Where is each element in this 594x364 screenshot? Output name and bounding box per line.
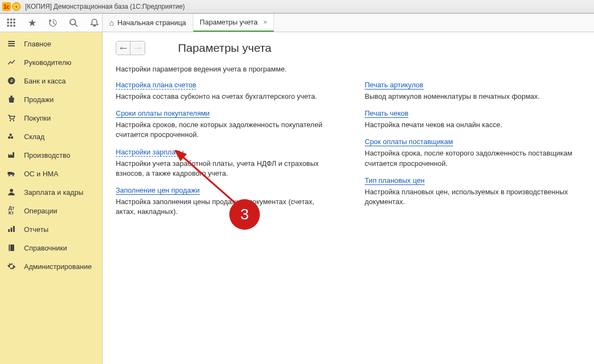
sidebar-item-label: Продажи <box>24 96 54 104</box>
svg-rect-27 <box>13 226 15 232</box>
sidebar-item-label: Зарплата и кадры <box>24 188 84 196</box>
content-area: 🡐 🡒 Параметры учета Настройки параметров… <box>103 32 594 364</box>
history-icon[interactable] <box>47 17 59 29</box>
tab-1[interactable]: Параметры учета× <box>193 14 275 32</box>
setting-block: Печать артикуловВывод артикулов номенкла… <box>365 81 581 102</box>
settings-column-2: Печать артикуловВывод артикулов номенкла… <box>365 81 581 224</box>
nav-back-button[interactable]: 🡐 <box>116 41 130 55</box>
sidebar-item-12[interactable]: Администрирование <box>0 257 102 276</box>
svg-rect-18 <box>8 136 10 139</box>
nav-buttons: 🡐 🡒 <box>116 41 145 55</box>
tab-label: Начальная страница <box>117 19 186 27</box>
sidebar-item-6[interactable]: Производство <box>0 146 102 164</box>
svg-rect-11 <box>8 41 15 42</box>
sidebar-item-label: Операции <box>24 207 57 215</box>
ruble-icon: ₽ <box>7 76 16 86</box>
svg-rect-19 <box>11 136 13 139</box>
setting-block: Настройка плана счетовНастройка состава … <box>116 81 332 102</box>
svg-rect-12 <box>8 43 15 44</box>
app-logo-icon: 1с <box>2 2 11 11</box>
sidebar-item-label: Покупки <box>24 114 51 122</box>
setting-description: Настройка плановых цен, используемых в п… <box>365 187 581 207</box>
sidebar-item-7[interactable]: ОС и НМА <box>0 164 102 183</box>
bell-icon[interactable] <box>88 17 100 29</box>
svg-rect-5 <box>13 21 15 23</box>
svg-point-24 <box>10 189 13 192</box>
setting-link[interactable]: Сроки оплаты покупателями <box>116 109 210 118</box>
sidebar-item-label: Справочники <box>24 244 67 252</box>
factory-icon <box>7 150 16 160</box>
svg-rect-20 <box>10 134 12 136</box>
setting-description: Настройки учета заработной платы, учета … <box>116 159 332 178</box>
svg-rect-13 <box>8 45 15 46</box>
setting-description: Настройка печати чеков на онлайн кассе. <box>365 120 581 130</box>
settings-column-1: Настройка плана счетовНастройка состава … <box>116 81 332 224</box>
svg-line-10 <box>75 24 78 27</box>
setting-block: Срок оплаты поставщикамНастройка срока, … <box>365 138 581 168</box>
svg-rect-7 <box>10 25 12 26</box>
sidebar-item-1[interactable]: Руководителю <box>0 53 102 71</box>
svg-text:₽: ₽ <box>10 79 13 83</box>
setting-link[interactable]: Тип плановых цен <box>365 176 425 185</box>
sidebar-item-10[interactable]: Отчеты <box>0 220 102 238</box>
settings-columns: Настройка плана счетовНастройка состава … <box>116 81 581 224</box>
svg-rect-26 <box>11 228 13 232</box>
sidebar: ГлавноеРуководителю₽Банк и кассаПродажиП… <box>0 32 103 364</box>
sidebar-item-label: Производство <box>24 151 70 159</box>
book-icon <box>7 243 16 253</box>
svg-rect-4 <box>10 21 12 23</box>
dtkt-icon: ДтКт <box>7 206 16 216</box>
sidebar-item-label: Главное <box>24 40 51 48</box>
sidebar-item-8[interactable]: Зарплата и кадры <box>0 183 102 201</box>
tab-0[interactable]: ⌂Начальная страница <box>103 14 193 32</box>
bar-icon <box>7 224 16 234</box>
gear-icon <box>7 261 16 271</box>
setting-link[interactable]: Срок оплаты поставщикам <box>365 138 453 146</box>
sidebar-item-label: Руководителю <box>24 58 72 67</box>
setting-link[interactable]: Настройки зарплаты <box>116 148 184 157</box>
sidebar-item-5[interactable]: Склад <box>0 127 102 146</box>
star-icon[interactable]: ★ <box>26 17 38 29</box>
setting-link[interactable]: Печать артикулов <box>365 81 424 89</box>
setting-link[interactable]: Настройка плана счетов <box>116 81 196 89</box>
close-icon[interactable]: × <box>263 18 268 26</box>
sidebar-item-2[interactable]: ₽Банк и касса <box>0 71 102 90</box>
window-title: [КОПИЯ] Демонстрационная база (1С:Предпр… <box>25 3 185 10</box>
sidebar-item-label: Администрирование <box>24 262 92 271</box>
toolbar-row: ★ ⌂Начальная страницаПараметры учета× <box>0 14 594 32</box>
sidebar-item-0[interactable]: Главное <box>0 34 102 53</box>
setting-block: Настройки зарплатыНастройки учета зарабо… <box>116 148 332 178</box>
search-icon[interactable] <box>68 17 80 29</box>
svg-rect-0 <box>7 19 9 20</box>
titlebar-dropdown-button[interactable]: ▾ <box>12 2 21 11</box>
sidebar-item-9[interactable]: ДтКтОперации <box>0 201 102 220</box>
chart-icon <box>7 57 16 67</box>
sidebar-item-3[interactable]: Продажи <box>0 90 102 109</box>
page-intro: Настройки параметров ведения учета в про… <box>116 65 581 73</box>
setting-description: Настройка сроков, после которых задолжен… <box>116 120 332 140</box>
cart-icon <box>7 113 16 123</box>
sidebar-item-label: Склад <box>24 133 45 141</box>
annotation-badge: 3 <box>229 199 260 230</box>
setting-description: Настройка срока, после которого задолжен… <box>365 148 581 168</box>
window-titlebar: 1с ▾ [КОПИЯ] Демонстрационная база (1С:П… <box>0 0 594 14</box>
person-icon <box>7 187 16 197</box>
svg-point-22 <box>9 175 10 176</box>
warehouse-icon <box>7 132 16 141</box>
svg-rect-1 <box>10 19 12 20</box>
setting-link[interactable]: Печать чеков <box>365 109 408 118</box>
svg-rect-28 <box>9 244 14 251</box>
apps-icon[interactable] <box>5 17 17 29</box>
svg-point-23 <box>13 175 14 176</box>
sidebar-item-4[interactable]: Покупки <box>0 109 102 127</box>
sidebar-item-11[interactable]: Справочники <box>0 238 102 257</box>
setting-description: Настройка заполнения цены продажи в доку… <box>116 197 332 217</box>
setting-description: Вывод артикулов номенклатуры в печатных … <box>365 92 581 102</box>
nav-forward-button[interactable]: 🡒 <box>130 41 145 55</box>
setting-link[interactable]: Заполнение цен продажи <box>116 186 200 195</box>
sidebar-item-label: Банк и касса <box>24 77 66 85</box>
sidebar-item-label: Отчеты <box>24 225 49 234</box>
svg-rect-3 <box>7 21 9 23</box>
svg-rect-25 <box>8 229 10 232</box>
main-region: ГлавноеРуководителю₽Банк и кассаПродажиП… <box>0 32 594 364</box>
